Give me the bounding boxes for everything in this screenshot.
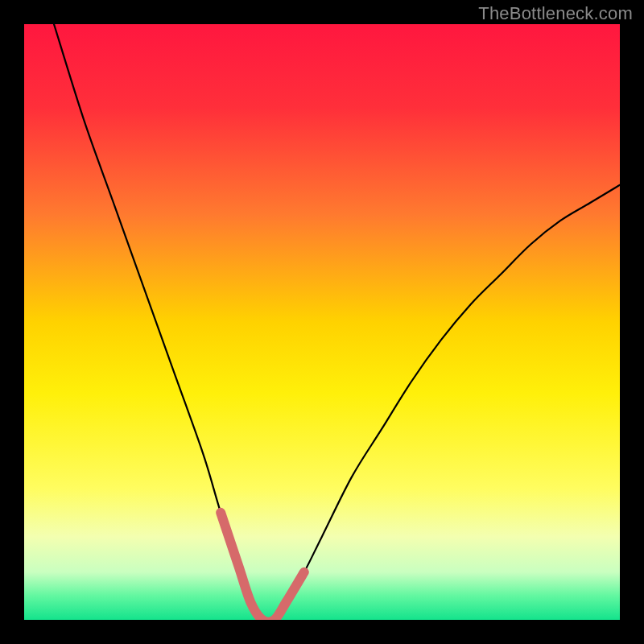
- watermark-text: TheBottleneck.com: [478, 3, 633, 24]
- bottleneck-curve: [24, 24, 620, 620]
- plot-area: [24, 24, 620, 620]
- chart-frame: TheBottleneck.com: [0, 0, 644, 644]
